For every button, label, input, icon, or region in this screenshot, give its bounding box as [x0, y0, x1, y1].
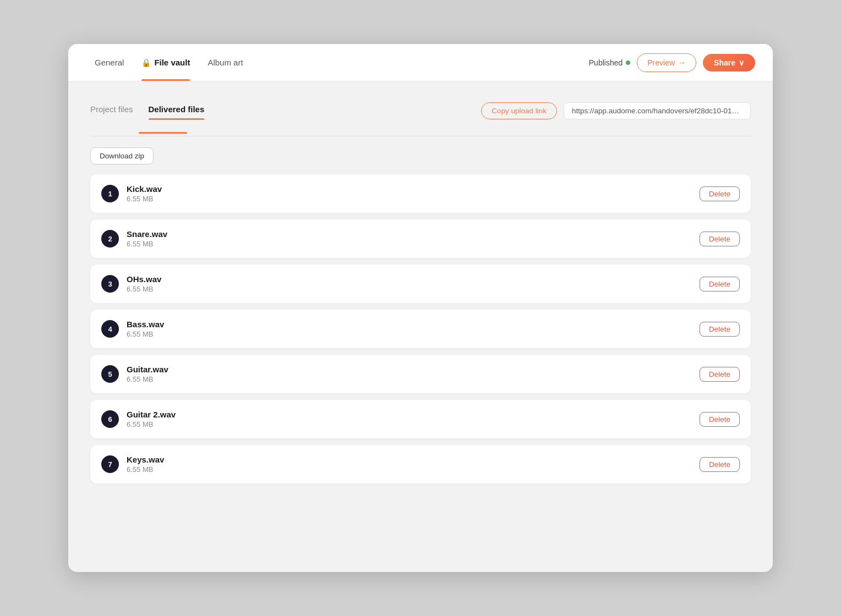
file-left: 3 OHs.wav 6.55 MB [101, 274, 161, 293]
file-name: Snare.wav [127, 229, 167, 239]
file-name: Guitar 2.wav [127, 410, 176, 419]
lock-icon: 🔒 [141, 58, 151, 67]
file-size: 6.55 MB [127, 240, 167, 248]
status-dot [626, 61, 630, 65]
delete-button-1[interactable]: Delete [700, 186, 740, 201]
file-number: 5 [101, 365, 119, 383]
file-name: Bass.wav [127, 320, 164, 329]
app-window: General 🔒 File vault Album art Published… [68, 44, 773, 572]
upload-row: Copy upload link https://app.audome.com/… [481, 102, 751, 119]
share-label: Share [714, 58, 735, 67]
file-name: Guitar.wav [127, 365, 168, 374]
file-size: 6.55 MB [127, 375, 168, 383]
file-name: Keys.wav [127, 455, 164, 464]
share-button[interactable]: Share ∨ [703, 54, 755, 72]
copy-upload-link-button[interactable]: Copy upload link [481, 102, 557, 119]
file-size: 6.55 MB [127, 285, 161, 293]
file-info: OHs.wav 6.55 MB [127, 274, 161, 293]
file-number: 3 [101, 275, 119, 293]
published-status: Published [589, 58, 631, 67]
file-size: 6.55 MB [127, 465, 164, 474]
file-info: Bass.wav 6.55 MB [127, 320, 164, 338]
file-item-7: 7 Keys.wav 6.55 MB Delete [90, 445, 751, 483]
tab-file-vault[interactable]: 🔒 File vault [133, 44, 199, 81]
tab-general-label: General [95, 58, 124, 67]
tab-general[interactable]: General [86, 44, 133, 81]
file-number: 6 [101, 410, 119, 428]
delete-button-2[interactable]: Delete [700, 232, 740, 246]
preview-label: Preview [647, 58, 675, 67]
nav-tabs: General 🔒 File vault Album art [86, 44, 252, 81]
sub-tab-delivered-files[interactable]: Delivered files [149, 99, 205, 119]
file-info: Kick.wav 6.55 MB [127, 184, 162, 203]
file-info: Keys.wav 6.55 MB [127, 455, 164, 474]
preview-arrow-icon: → [678, 58, 686, 67]
share-chevron-icon: ∨ [739, 58, 744, 67]
delete-button-5[interactable]: Delete [700, 367, 740, 382]
upload-url-display: https://app.audome.com/handovers/ef28dc1… [564, 102, 751, 119]
file-number: 2 [101, 230, 119, 248]
delete-button-7[interactable]: Delete [700, 457, 740, 472]
file-info: Snare.wav 6.55 MB [127, 229, 167, 248]
tab-album-art[interactable]: Album art [199, 44, 252, 81]
file-item-4: 4 Bass.wav 6.55 MB Delete [90, 310, 751, 348]
download-zip-label: Download zip [100, 152, 144, 160]
file-item-6: 6 Guitar 2.wav 6.55 MB Delete [90, 400, 751, 438]
header: General 🔒 File vault Album art Published… [68, 44, 773, 81]
preview-button[interactable]: Preview → [637, 53, 696, 72]
sub-tab-delivered-files-label: Delivered files [149, 105, 205, 114]
delete-button-3[interactable]: Delete [700, 277, 740, 292]
file-size: 6.55 MB [127, 195, 162, 203]
file-number: 1 [101, 185, 119, 202]
file-number: 4 [101, 320, 119, 338]
file-left: 1 Kick.wav 6.55 MB [101, 184, 162, 203]
sub-tab-project-files-label: Project files [90, 105, 133, 114]
status-label: Published [589, 58, 623, 67]
upload-url-text: https://app.audome.com/handovers/ef28dc1… [572, 107, 751, 115]
content-area: Project files Delivered files Copy uploa… [68, 81, 773, 572]
file-size: 6.55 MB [127, 330, 164, 338]
file-item-5: 5 Guitar.wav 6.55 MB Delete [90, 355, 751, 393]
tab-album-art-label: Album art [207, 58, 243, 67]
file-item-1: 1 Kick.wav 6.55 MB Delete [90, 174, 751, 213]
header-actions: Published Preview → Share ∨ [589, 53, 755, 72]
delete-button-4[interactable]: Delete [700, 322, 740, 337]
file-left: 2 Snare.wav 6.55 MB [101, 229, 167, 248]
tab-file-vault-label: File vault [154, 58, 190, 67]
file-item-2: 2 Snare.wav 6.55 MB Delete [90, 219, 751, 258]
file-size: 6.55 MB [127, 420, 176, 428]
download-zip-button[interactable]: Download zip [90, 147, 154, 164]
file-left: 5 Guitar.wav 6.55 MB [101, 365, 168, 383]
copy-upload-link-label: Copy upload link [492, 107, 547, 115]
file-name: Kick.wav [127, 184, 162, 194]
download-zip-row: Download zip [90, 147, 751, 164]
file-item-3: 3 OHs.wav 6.55 MB Delete [90, 265, 751, 303]
file-number: 7 [101, 455, 119, 473]
file-list: 1 Kick.wav 6.55 MB Delete 2 Snare.wav 6.… [90, 174, 751, 483]
file-info: Guitar 2.wav 6.55 MB [127, 410, 176, 428]
file-info: Guitar.wav 6.55 MB [127, 365, 168, 383]
file-left: 7 Keys.wav 6.55 MB [101, 455, 164, 474]
sub-tab-project-files[interactable]: Project files [90, 99, 133, 119]
sub-tabs: Project files Delivered files [90, 99, 220, 119]
delete-button-6[interactable]: Delete [700, 412, 740, 427]
file-left: 4 Bass.wav 6.55 MB [101, 320, 164, 338]
file-name: OHs.wav [127, 274, 161, 284]
file-left: 6 Guitar 2.wav 6.55 MB [101, 410, 176, 428]
